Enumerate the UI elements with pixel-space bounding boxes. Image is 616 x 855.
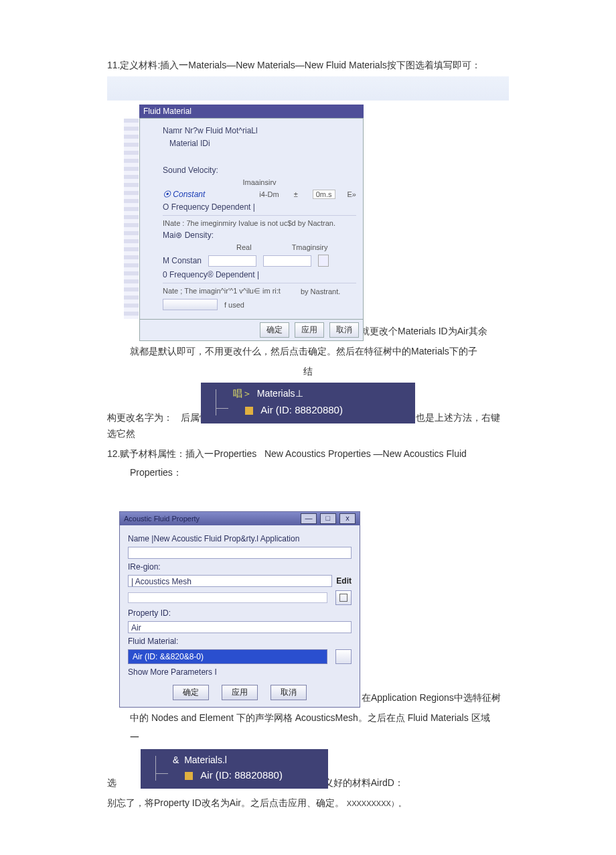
final-left: 构更改名字为： [107,412,173,423]
sound-velocity-label: Sound Velocity: [163,166,218,175]
name-row: Name |New Acoustic Fluid Prop&rty.l Appl… [128,534,352,543]
tree2-materials-label[interactable]: Materials.l [184,754,227,765]
m-constan-radio[interactable]: M Constan [163,256,202,265]
show-more-link[interactable]: Show More Parameters I [128,667,352,677]
ok-button-2[interactable]: 确定 [173,685,209,700]
step12-heading: 12.赋予材料属性：插入一Properties New Acoustics Pr… [107,446,509,461]
note2b: by Nastrant. [301,287,340,295]
tree2-pre: & [173,754,179,765]
decorative-strip-top [107,76,509,101]
material-node-icon-2 [185,772,193,780]
dialog-title: Fluid Material [139,105,364,118]
c4dm-text: i4-Dm [259,190,279,198]
material-id-label: Material IDi [169,139,210,148]
constant-label: Constant [173,190,205,199]
name-label: Namr Nr?w Fluid Mot^riaLl [163,126,258,135]
real-input[interactable] [208,255,256,267]
edit-button[interactable]: Edit [336,576,352,586]
dialog2-body: Name |New Acoustic Fluid Prop&rty.l Appl… [120,525,360,707]
dialog2-titlebar: Acoustic Fluid Property — □ x [120,512,360,525]
tree2-air-node[interactable]: Air (ID: 88820880) [200,769,283,781]
mass-density-label: Mai⊛ Density: [163,231,214,240]
dialog-body: Namr Nr?w Fluid Mot^riaLl Material IDi S… [139,118,364,320]
bottom-input[interactable] [163,299,218,310]
material-node-icon [245,407,253,415]
document-page: 11.定义材料:插入一Materials—New Materials—New F… [0,0,616,855]
real-header: Real [236,243,252,251]
apply-button-2[interactable]: 应用 [222,685,258,700]
step12-heading2: Properties： [130,465,509,480]
maximize-icon[interactable]: □ [320,513,336,524]
dialog2-buttons: 确定 应用 取消 [128,685,352,700]
step12-bottom2: 别忘了，将Property ID改名为Air。之后点击应用、确定。 XXXXXX… [107,795,509,810]
materials-tree-1: 唱＞ Materials⊥ Air (ID: 88820880) [201,383,415,423]
note2a: Nate ; The imagin^ir'^1 v^ilu∈ im ri:t [163,287,281,295]
tree-air-node[interactable]: Air (ID: 88820880) [260,404,343,415]
e-col: E» [348,190,356,198]
region-label: IRe-gion: [128,562,352,572]
note1: INate : 7he imeginmiry Ivalue is not uc$… [163,219,356,227]
minimize-icon[interactable]: — [301,513,317,524]
cancel-button-2[interactable]: 取消 [271,685,307,700]
region-box[interactable] [128,547,352,559]
left-scuff [124,119,139,319]
mesh-label: | Acoustics Mesh [131,577,191,586]
step11-after3: 结 [107,364,509,379]
step11-after1: 其实就更改个Materials ID为Air其余 [341,324,509,340]
mesh-thin-box[interactable] [128,592,327,603]
fluid-material-select[interactable]: Air (ID: &&820&8-0) [128,649,327,664]
property-id-input[interactable]: Air [128,621,352,633]
imag2-header: Tmaginsiry [292,243,328,251]
step12-after-right: 在Application Regions中选特征树 [362,690,509,706]
materials-tree-2: & Materials.l Air (ID: 88820880) [141,749,328,789]
units-box[interactable]: 0m.s [313,190,335,199]
step11-heading: 11.定义材料:插入一Materials—New Materials—New F… [107,58,509,72]
acoustic-fluid-property-dialog: Acoustic Fluid Property — □ x Name |New … [119,511,360,708]
property-id-label: Property ID: [128,608,352,618]
freq-dep-radio2[interactable]: 0 Frequency® Dependent | [163,270,259,279]
dialog1-buttons: 确定 应用 取消 [139,320,364,341]
imag-input[interactable] [263,255,311,267]
mesh-box[interactable]: | Acoustics Mesh [128,575,332,587]
apply-button[interactable]: 应用 [295,322,324,338]
step11-after2: 就都是默认即可，不用更改什么，然后点击确定。然后在特征树中的Materials下… [130,344,509,360]
used-text: f used [224,301,244,309]
picker-button-2[interactable] [335,649,352,664]
picker-button-1[interactable] [335,590,352,605]
spinner[interactable] [318,255,329,267]
bottom-left: 选 [107,777,117,788]
cancel-button[interactable]: 取消 [329,322,359,338]
close-icon[interactable]: x [339,513,356,524]
step12-line3: 一 [130,730,509,744]
step12-line2: 中的 Nodes and Element 下的声学网格 AcousticsMes… [130,710,509,726]
fluid-material-dialog: Fluid Material Namr Nr?w Fluid Mot^riaLl… [139,105,364,341]
constant-radio[interactable]: ⦿ Constant [163,190,205,199]
ok-button[interactable]: 确定 [260,322,289,338]
tree-pre: 唱＞ [233,388,252,399]
freq-dep-radio[interactable]: O Frequency Dependent | [163,202,255,212]
tree-materials-label[interactable]: Materials⊥ [257,388,303,399]
dialog2-title: Acoustic Fluid Property [124,515,200,523]
imag-header: Imaainsirv [242,178,276,186]
fluid-material-label: Fluid Material: [128,637,352,646]
